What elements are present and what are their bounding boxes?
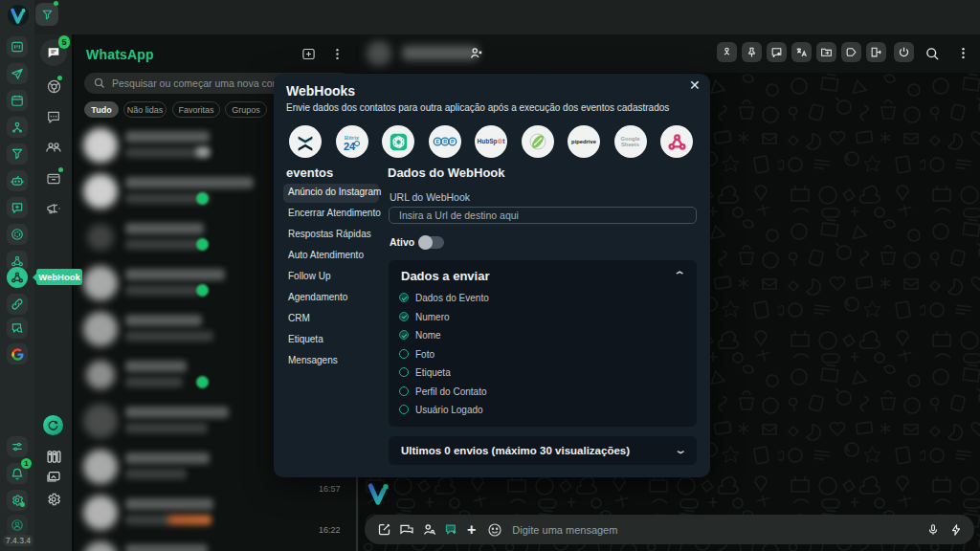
svg-text:R: R — [443, 139, 447, 144]
svg-text:E: E — [435, 139, 439, 144]
svg-text:P: P — [451, 139, 455, 144]
